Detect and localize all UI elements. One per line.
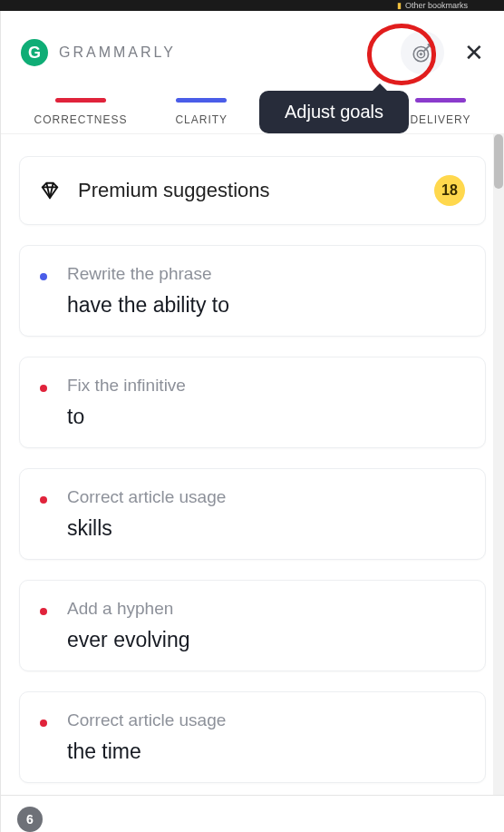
suggestions-scroll-area[interactable]: Premium suggestions 18 Rewrite the phras… [1,134,504,795]
suggestion-type: Add a hyphen [67,599,465,619]
grammarly-logo-icon: G [21,39,48,66]
close-button[interactable]: ✕ [464,41,484,64]
svg-point-2 [420,53,422,54]
suggestion-card[interactable]: Add a hyphen ever evolving [19,580,486,671]
category-dot [40,496,47,504]
tab-label: DELIVERY [410,113,470,126]
category-dot [40,385,47,392]
suggestion-type: Fix the infinitive [67,376,465,396]
adjust-goals-button[interactable] [401,31,444,74]
scrollbar-track[interactable] [493,134,504,795]
suggestion-card[interactable]: Correct article usage skills [19,468,486,560]
tab-indicator [176,98,227,103]
tab-label: CORRECTNESS [34,113,127,126]
tab-delivery[interactable]: DELIVERY [404,91,476,133]
premium-title: Premium suggestions [78,179,434,202]
panel-footer: 6 [1,795,504,832]
grammarly-panel: G GRAMMARLY ✕ Adjust goals CORRECTNESS C… [0,11,504,832]
suggestion-text: the time [67,739,465,764]
scrollbar-thumb[interactable] [494,134,503,189]
tooltip-text: Adjust goals [285,102,383,122]
suggestion-type: Correct article usage [67,710,465,730]
suggestion-text: to [67,405,465,429]
suggestion-text: skills [67,516,465,541]
suggestion-type: Correct article usage [67,487,465,507]
suggestion-text: ever evolving [67,628,465,652]
adjust-goals-tooltip: Adjust goals [259,91,409,133]
category-dot [40,608,47,615]
bookmark-folder-icon: ▮ [397,1,402,10]
tab-indicator [415,98,466,103]
suggestion-card[interactable]: Fix the infinitive to [19,357,486,448]
tab-indicator [55,98,106,103]
premium-count-badge: 18 [434,175,465,206]
browser-top-bar: ▮ Other bookmarks [0,0,504,11]
suggestion-card[interactable]: Correct article usage the time [19,691,486,783]
tab-clarity[interactable]: CLARITY [170,91,233,133]
tab-correctness[interactable]: CORRECTNESS [28,91,132,133]
target-icon [411,41,434,64]
tab-label: CLARITY [175,113,228,126]
panel-header: G GRAMMARLY ✕ [1,11,504,83]
suggestion-card[interactable]: Rewrite the phrase have the ability to [19,245,486,337]
suggestion-type: Rewrite the phrase [67,264,465,284]
remaining-count-badge[interactable]: 6 [17,807,43,832]
premium-suggestions-card[interactable]: Premium suggestions 18 [19,156,486,225]
category-dot [40,719,47,727]
brand-title: GRAMMARLY [59,44,176,61]
bookmark-label[interactable]: Other bookmarks [405,1,468,10]
category-tabs: CORRECTNESS CLARITY ENGAGEMENT DELIVERY [1,83,504,134]
suggestion-text: have the ability to [67,293,465,318]
category-dot [40,273,47,280]
diamond-icon [40,181,60,201]
